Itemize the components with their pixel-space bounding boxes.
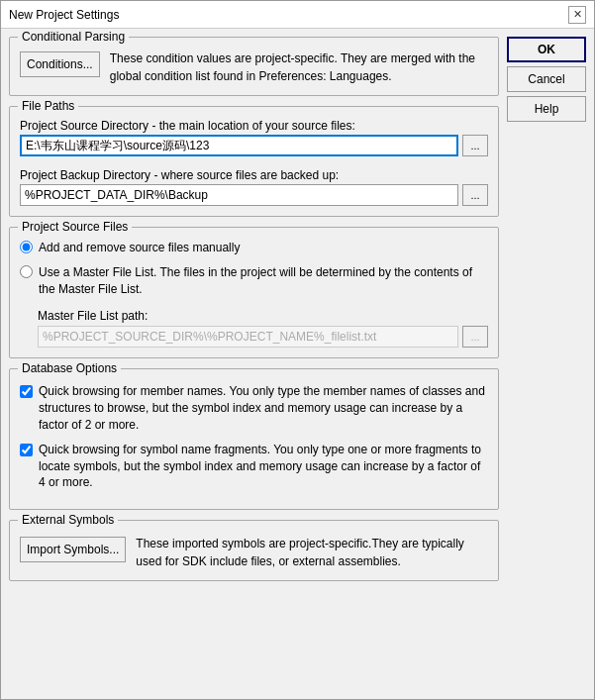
conditions-button[interactable]: Conditions...	[20, 51, 100, 77]
database-options-title: Database Options	[18, 361, 121, 375]
dialog-window: New Project Settings ✕ Conditional Parsi…	[0, 0, 595, 700]
project-source-files-section: Project Source Files Add and remove sour…	[9, 227, 499, 358]
conditional-parsing-title: Conditional Parsing	[18, 30, 129, 44]
source-dir-browse-button[interactable]: ...	[462, 135, 488, 156]
radio-manual-label: Add and remove source files manually	[39, 240, 240, 256]
master-file-list-input[interactable]	[38, 326, 458, 348]
conditional-parsing-content: Conditions... These condition values are…	[20, 50, 488, 85]
backup-dir-label: Project Backup Directory - where source …	[20, 168, 488, 182]
master-file-list-row: ...	[38, 326, 488, 348]
database-options-section: Database Options Quick browsing for memb…	[9, 368, 499, 510]
database-options-content: Quick browsing for member names. You onl…	[20, 383, 488, 491]
master-file-list-field: Master File List path: ...	[38, 309, 488, 348]
dialog-title: New Project Settings	[9, 8, 119, 22]
checkbox-member-names-label: Quick browsing for member names. You onl…	[39, 383, 488, 433]
external-symbols-title: External Symbols	[18, 513, 118, 527]
radio-master-file-list-label: Use a Master File List. The files in the…	[39, 264, 488, 298]
radio-manual-input[interactable]	[20, 241, 33, 253]
source-dir-label: Project Source Directory - the main loca…	[20, 119, 488, 133]
dialog-body: Conditional Parsing Conditions... These …	[1, 29, 594, 699]
source-dir-row: ...	[20, 135, 488, 156]
external-symbols-description: These imported symbols are project-speci…	[136, 535, 488, 570]
master-file-list-label: Master File List path:	[38, 309, 488, 323]
side-buttons: OK Cancel Help	[507, 37, 586, 691]
checkbox-member-names-input[interactable]	[20, 385, 33, 398]
main-content: Conditional Parsing Conditions... These …	[9, 37, 499, 691]
external-symbols-section: External Symbols Import Symbols... These…	[9, 520, 499, 581]
import-symbols-button[interactable]: Import Symbols...	[20, 537, 126, 562]
ok-button[interactable]: OK	[507, 37, 586, 62]
close-button[interactable]: ✕	[568, 6, 586, 24]
radio-master-file-list[interactable]: Use a Master File List. The files in the…	[20, 264, 488, 298]
project-source-files-title: Project Source Files	[18, 220, 132, 234]
title-bar: New Project Settings ✕	[1, 1, 594, 29]
file-paths-content: Project Source Directory - the main loca…	[20, 115, 488, 206]
conditional-parsing-description: These condition values are project-speci…	[110, 50, 488, 85]
external-symbols-content: Import Symbols... These imported symbols…	[20, 535, 488, 570]
radio-manual[interactable]: Add and remove source files manually	[20, 240, 488, 256]
backup-dir-row: ...	[20, 184, 488, 206]
source-files-radio-group: Add and remove source files manually Use…	[20, 240, 488, 348]
help-button[interactable]: Help	[507, 96, 586, 122]
conditional-parsing-section: Conditional Parsing Conditions... These …	[9, 37, 499, 96]
checkbox-symbol-fragments: Quick browsing for symbol name fragments…	[20, 442, 488, 491]
source-dir-input[interactable]	[20, 135, 458, 156]
backup-dir-browse-button[interactable]: ...	[462, 184, 488, 206]
cancel-button[interactable]: Cancel	[507, 66, 586, 92]
checkbox-member-names: Quick browsing for member names. You onl…	[20, 383, 488, 433]
checkbox-symbol-fragments-label: Quick browsing for symbol name fragments…	[39, 442, 488, 491]
backup-dir-input[interactable]	[20, 184, 458, 206]
radio-master-file-list-input[interactable]	[20, 265, 33, 278]
file-paths-section: File Paths Project Source Directory - th…	[9, 106, 499, 217]
file-paths-title: File Paths	[18, 99, 78, 113]
checkbox-symbol-fragments-input[interactable]	[20, 444, 33, 456]
master-file-list-browse-button[interactable]: ...	[462, 326, 488, 348]
